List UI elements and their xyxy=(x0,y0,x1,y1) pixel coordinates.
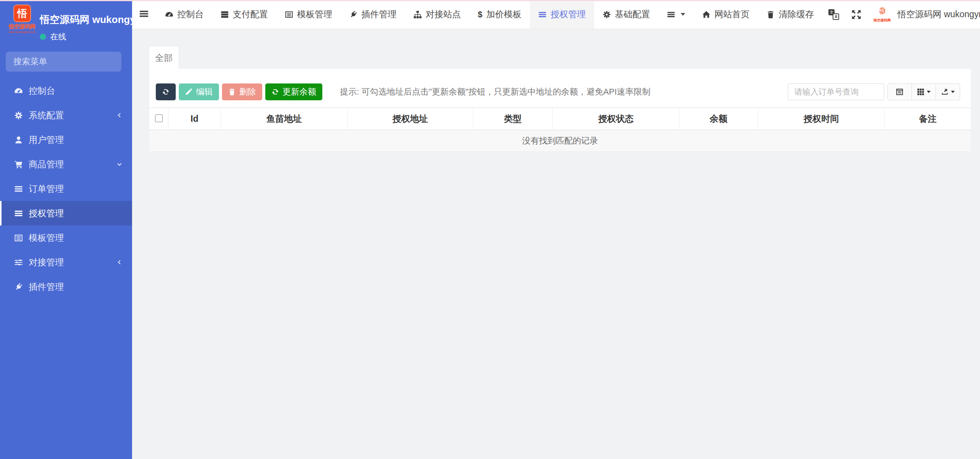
sidebar-item-label: 用户管理 xyxy=(29,134,64,146)
nav-tab-markup-template[interactable]: $ 加价模板 xyxy=(469,0,530,29)
logo-name: 悟空源码网 xyxy=(874,18,891,22)
sidebar-item-auth-manage[interactable]: 授权管理 xyxy=(0,201,132,225)
empty-row: 没有找到匹配的记录 xyxy=(149,130,971,152)
sidebar-item-label: 模板管理 xyxy=(29,232,64,244)
top-accent-line xyxy=(0,0,980,1)
nav-tab-label: 授权管理 xyxy=(550,8,586,20)
logo-icon: 悟 xyxy=(13,5,31,22)
sidebar-item-template-manage[interactable]: 模板管理 xyxy=(0,225,132,250)
detail-view-icon xyxy=(896,88,903,96)
site-name: 悟空源码网 wukongymw.com xyxy=(897,8,980,20)
fullscreen-arrows-icon xyxy=(851,10,861,20)
toolbar-hint-text: 提示: 可勾选地址后点击"更新余额"按钮，只更新选中地址的余额，避免API速率限… xyxy=(340,86,650,98)
refresh-icon xyxy=(271,88,279,96)
delete-button-label: 删除 xyxy=(239,86,256,98)
list-icon xyxy=(13,185,24,193)
nav-tab-site-connect[interactable]: 对接站点 xyxy=(405,0,469,29)
nav-tab-plugin-manage[interactable]: 插件管理 xyxy=(341,0,405,29)
nav-tab-basic-config[interactable]: 基础配置 xyxy=(594,0,658,29)
sidebar-item-label: 对接管理 xyxy=(29,256,64,268)
online-dot-icon xyxy=(40,34,46,40)
nav-tab-template-manage[interactable]: 模板管理 xyxy=(276,0,341,29)
translate-button[interactable]: 文A xyxy=(822,0,845,29)
fullscreen-button[interactable] xyxy=(845,0,867,29)
empty-state-text: 没有找到匹配的记录 xyxy=(149,130,971,152)
sidebar-item-connect-manage[interactable]: 对接管理 xyxy=(0,250,132,274)
sidebar-brand: 悟 悟空源码网 www.wukongymw.com 悟空源码网 wukongym… xyxy=(0,0,132,52)
sidebar-item-order-manage[interactable]: 订单管理 xyxy=(0,176,132,201)
nav-link-label: 网站首页 xyxy=(714,8,750,20)
sidebar-item-label: 插件管理 xyxy=(29,281,64,293)
navbar-right-group: 网站首页 清除缓存 文A 悟 悟空源码网 悟空源码网 wukongymw.com xyxy=(694,0,980,29)
menu-search-input[interactable] xyxy=(13,56,124,67)
sidebar-item-product-manage[interactable]: 商品管理 xyxy=(0,152,132,176)
export-icon xyxy=(941,88,949,96)
caret-down-icon xyxy=(951,91,955,93)
sidebar-item-label: 系统配置 xyxy=(29,109,64,121)
chevron-down-icon xyxy=(116,161,123,168)
sidebar: 悟 悟空源码网 www.wukongymw.com 悟空源码网 wukongym… xyxy=(0,0,132,459)
column-header-fry-address: 鱼苗地址 xyxy=(221,108,347,130)
chevron-left-icon xyxy=(116,112,123,119)
chevron-left-icon xyxy=(116,259,123,266)
refresh-icon xyxy=(162,88,170,96)
brand-logo[interactable]: 悟 悟空源码网 www.wukongymw.com xyxy=(7,5,38,33)
update-balance-label: 更新余额 xyxy=(283,86,316,98)
nav-tab-dashboard[interactable]: 控制台 xyxy=(157,0,212,29)
brand-info: 悟空源码网 wukongymw.com 在线 xyxy=(40,13,132,42)
site-title: 悟空源码网 wukongymw.com xyxy=(40,13,132,26)
site-home-button[interactable]: 网站首页 xyxy=(694,8,758,20)
nav-tab-label: 加价模板 xyxy=(486,8,521,20)
sidebar-item-plugin-manage[interactable]: 插件管理 xyxy=(0,274,132,299)
table-header-row: Id 鱼苗地址 授权地址 类型 授权状态 余额 授权时间 备注 xyxy=(149,108,971,130)
tab-all[interactable]: 全部 xyxy=(149,47,178,69)
nav-tab-auth-manage[interactable]: 授权管理 xyxy=(530,0,594,29)
nav-tab-payment-config[interactable]: 支付配置 xyxy=(212,0,276,29)
sidebar-item-user-manage[interactable]: 用户管理 xyxy=(0,127,132,152)
top-navbar: 控制台 支付配置 模板管理 插件管理 对接站点 $ 加价模板 授权管理 基础配置… xyxy=(132,0,980,29)
list-icon xyxy=(538,10,547,19)
nav-tab-label: 控制台 xyxy=(177,8,204,20)
grid-icon xyxy=(917,88,924,96)
nav-link-label: 清除缓存 xyxy=(779,8,814,20)
caret-down-icon xyxy=(681,13,685,16)
online-status: 在线 xyxy=(40,31,132,42)
navbar-site-brand[interactable]: 悟 悟空源码网 悟空源码网 wukongymw.com xyxy=(871,6,980,23)
home-icon xyxy=(702,10,710,19)
gear-icon xyxy=(13,111,24,120)
sidebar-item-system-config[interactable]: 系统配置 xyxy=(0,103,132,127)
pencil-icon xyxy=(185,88,193,96)
table-view-buttons xyxy=(887,83,960,100)
edit-button-label: 编辑 xyxy=(196,86,213,98)
nav-tab-label: 基础配置 xyxy=(615,8,650,20)
toggle-detail-view-button[interactable] xyxy=(888,84,911,100)
auth-table-card: 编辑 删除 更新余额 提示: 可勾选地址后点击"更新余额"按钮，只更新选中地址的… xyxy=(149,69,971,150)
caret-down-icon xyxy=(927,91,931,93)
logo-subtext: www.wukongymw.com xyxy=(7,31,38,33)
update-balance-button[interactable]: 更新余额 xyxy=(265,83,322,100)
refresh-button[interactable] xyxy=(156,83,176,100)
edit-button[interactable]: 编辑 xyxy=(179,83,219,100)
columns-button[interactable] xyxy=(911,84,936,100)
sidebar-item-dashboard[interactable]: 控制台 xyxy=(0,78,132,103)
delete-button[interactable]: 删除 xyxy=(222,83,262,100)
window-icon xyxy=(13,234,24,242)
sidebar-toggle-button[interactable] xyxy=(132,0,157,29)
dollar-icon: $ xyxy=(478,10,482,20)
user-icon xyxy=(13,136,24,144)
nav-tab-label: 插件管理 xyxy=(361,8,397,20)
select-all-header xyxy=(149,108,168,130)
clear-cache-button[interactable]: 清除缓存 xyxy=(758,8,822,20)
logo-name: 悟空源码网 xyxy=(7,23,38,30)
select-all-checkbox[interactable] xyxy=(155,114,163,122)
order-search-input[interactable] xyxy=(788,83,884,100)
sidebar-item-label: 订单管理 xyxy=(29,183,64,195)
column-header-balance: 余额 xyxy=(679,108,758,130)
table-toolbar: 编辑 删除 更新余额 提示: 可勾选地址后点击"更新余额"按钮，只更新选中地址的… xyxy=(156,83,960,100)
export-button[interactable] xyxy=(936,84,960,100)
translate-icon: 文A xyxy=(828,9,839,20)
nav-menu-dropdown[interactable] xyxy=(658,0,694,29)
auth-table: Id 鱼苗地址 授权地址 类型 授权状态 余额 授权时间 备注 没有找到匹配的记… xyxy=(149,108,971,152)
site-logo: 悟 悟空源码网 xyxy=(871,6,893,23)
hamburger-icon xyxy=(139,8,149,20)
